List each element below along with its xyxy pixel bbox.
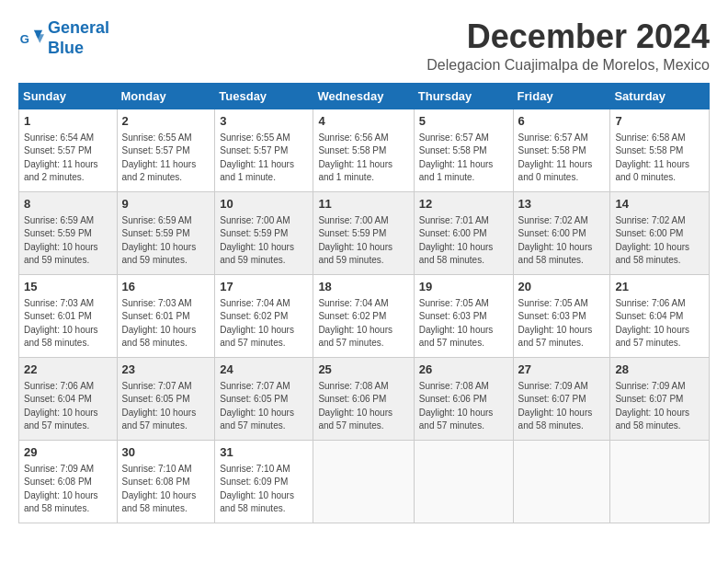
sunset-text: Sunset: 5:58 PM — [518, 145, 586, 155]
day-info: Sunrise: 7:06 AMSunset: 6:04 PMDaylight:… — [24, 380, 112, 433]
day-number: 17 — [220, 279, 308, 295]
daylight-text: Daylight: 10 hours and 57 minutes. — [220, 408, 294, 431]
calendar-cell: 26Sunrise: 7:08 AMSunset: 6:06 PMDayligh… — [414, 357, 513, 440]
day-number: 27 — [518, 362, 606, 378]
sunrise-text: Sunrise: 7:05 AM — [518, 298, 588, 308]
calendar-cell: 30Sunrise: 7:10 AMSunset: 6:08 PMDayligh… — [117, 440, 215, 523]
logo: G General Blue — [18, 18, 109, 58]
sunset-text: Sunset: 6:01 PM — [122, 311, 190, 321]
calendar-cell: 11Sunrise: 7:00 AMSunset: 5:59 PMDayligh… — [313, 191, 414, 274]
sunset-text: Sunset: 5:59 PM — [318, 228, 386, 238]
day-number: 30 — [122, 444, 210, 461]
day-number: 4 — [318, 113, 408, 130]
sunrise-text: Sunrise: 7:05 AM — [419, 298, 489, 308]
sunrise-text: Sunrise: 7:09 AM — [615, 381, 685, 391]
calendar-cell: 24Sunrise: 7:07 AMSunset: 6:05 PMDayligh… — [215, 357, 313, 440]
calendar-cell: 21Sunrise: 7:06 AMSunset: 6:04 PMDayligh… — [610, 274, 710, 357]
daylight-text: Daylight: 10 hours and 58 minutes. — [518, 242, 593, 266]
daylight-text: Daylight: 10 hours and 57 minutes. — [24, 408, 98, 431]
calendar-cell: 12Sunrise: 7:01 AMSunset: 6:00 PMDayligh… — [414, 191, 513, 274]
daylight-text: Daylight: 10 hours and 58 minutes. — [615, 408, 689, 431]
sunset-text: Sunset: 5:58 PM — [419, 145, 487, 155]
sunset-text: Sunset: 6:09 PM — [220, 477, 288, 487]
sunrise-text: Sunrise: 7:00 AM — [220, 215, 290, 225]
sunrise-text: Sunrise: 7:02 AM — [615, 215, 685, 225]
sunrise-text: Sunrise: 7:00 AM — [318, 215, 388, 225]
day-info: Sunrise: 7:07 AMSunset: 6:05 PMDaylight:… — [122, 380, 210, 433]
logo-icon: G — [18, 26, 44, 52]
sunrise-text: Sunrise: 7:10 AM — [220, 464, 290, 474]
sunrise-text: Sunrise: 7:07 AM — [122, 381, 192, 391]
day-number: 18 — [318, 279, 408, 295]
day-info: Sunrise: 7:09 AMSunset: 6:07 PMDaylight:… — [518, 380, 606, 433]
logo-text: General Blue — [48, 18, 109, 58]
week-row-1: 1Sunrise: 6:54 AMSunset: 5:57 PMDaylight… — [19, 109, 710, 191]
weekday-header-thursday: Thursday — [414, 83, 513, 109]
day-info: Sunrise: 7:06 AMSunset: 6:04 PMDaylight:… — [615, 297, 704, 350]
day-info: Sunrise: 7:03 AMSunset: 6:01 PMDaylight:… — [122, 297, 210, 350]
weekday-header-sunday: Sunday — [19, 83, 118, 109]
calendar-cell: 9Sunrise: 6:59 AMSunset: 5:59 PMDaylight… — [117, 191, 215, 274]
day-number: 20 — [518, 279, 606, 295]
sunset-text: Sunset: 6:02 PM — [318, 311, 386, 321]
sunrise-text: Sunrise: 7:08 AM — [318, 381, 388, 391]
daylight-text: Daylight: 10 hours and 58 minutes. — [24, 325, 98, 349]
day-info: Sunrise: 7:09 AMSunset: 6:08 PMDaylight:… — [24, 463, 112, 516]
sunset-text: Sunset: 5:59 PM — [220, 228, 288, 238]
sunrise-text: Sunrise: 7:01 AM — [419, 215, 489, 225]
day-number: 9 — [122, 196, 210, 213]
sunset-text: Sunset: 6:05 PM — [122, 394, 190, 404]
sunset-text: Sunset: 5:59 PM — [122, 228, 190, 238]
day-info: Sunrise: 7:04 AMSunset: 6:02 PMDaylight:… — [220, 297, 308, 350]
day-info: Sunrise: 6:57 AMSunset: 5:58 PMDaylight:… — [419, 132, 508, 185]
sunrise-text: Sunrise: 6:59 AM — [122, 215, 192, 225]
weekday-header-tuesday: Tuesday — [215, 83, 313, 109]
calendar-cell: 22Sunrise: 7:06 AMSunset: 6:04 PMDayligh… — [19, 357, 118, 440]
svg-text:G: G — [20, 31, 29, 45]
week-row-5: 29Sunrise: 7:09 AMSunset: 6:08 PMDayligh… — [19, 440, 710, 523]
sunset-text: Sunset: 6:00 PM — [518, 228, 586, 238]
sunset-text: Sunset: 5:57 PM — [122, 145, 190, 155]
day-number: 24 — [220, 362, 308, 378]
sunrise-text: Sunrise: 6:57 AM — [518, 132, 588, 143]
calendar-cell: 15Sunrise: 7:03 AMSunset: 6:01 PMDayligh… — [19, 274, 118, 357]
sunrise-text: Sunrise: 7:06 AM — [615, 298, 685, 308]
day-info: Sunrise: 7:10 AMSunset: 6:08 PMDaylight:… — [122, 463, 210, 516]
sunset-text: Sunset: 6:02 PM — [220, 311, 288, 321]
day-number: 29 — [24, 444, 112, 461]
weekday-header-row: SundayMondayTuesdayWednesdayThursdayFrid… — [19, 83, 710, 109]
weekday-header-monday: Monday — [117, 83, 215, 109]
daylight-text: Daylight: 10 hours and 59 minutes. — [220, 242, 294, 266]
weekday-header-wednesday: Wednesday — [313, 83, 414, 109]
daylight-text: Daylight: 11 hours and 1 minute. — [419, 159, 494, 183]
daylight-text: Daylight: 11 hours and 2 minutes. — [24, 159, 98, 183]
logo-line1: General — [48, 18, 109, 37]
day-info: Sunrise: 7:05 AMSunset: 6:03 PMDaylight:… — [419, 297, 508, 350]
calendar-cell: 25Sunrise: 7:08 AMSunset: 6:06 PMDayligh… — [313, 357, 414, 440]
day-number: 10 — [220, 196, 308, 213]
sunrise-text: Sunrise: 6:56 AM — [318, 132, 388, 143]
daylight-text: Daylight: 10 hours and 57 minutes. — [220, 325, 294, 349]
sunrise-text: Sunrise: 7:04 AM — [220, 298, 290, 308]
day-number: 26 — [419, 362, 508, 378]
calendar-cell — [313, 440, 414, 523]
sunrise-text: Sunrise: 7:03 AM — [122, 298, 192, 308]
calendar-cell: 3Sunrise: 6:55 AMSunset: 5:57 PMDaylight… — [215, 109, 313, 191]
sunrise-text: Sunrise: 7:04 AM — [318, 298, 388, 308]
day-info: Sunrise: 6:58 AMSunset: 5:58 PMDaylight:… — [615, 132, 704, 185]
daylight-text: Daylight: 10 hours and 58 minutes. — [419, 242, 494, 266]
calendar-cell: 23Sunrise: 7:07 AMSunset: 6:05 PMDayligh… — [117, 357, 215, 440]
calendar-cell: 18Sunrise: 7:04 AMSunset: 6:02 PMDayligh… — [313, 274, 414, 357]
day-number: 5 — [419, 113, 508, 130]
sunrise-text: Sunrise: 7:10 AM — [122, 464, 192, 474]
daylight-text: Daylight: 10 hours and 57 minutes. — [518, 325, 593, 349]
day-info: Sunrise: 7:00 AMSunset: 5:59 PMDaylight:… — [220, 214, 308, 268]
calendar-cell: 29Sunrise: 7:09 AMSunset: 6:08 PMDayligh… — [19, 440, 118, 523]
sunset-text: Sunset: 5:58 PM — [318, 145, 386, 155]
daylight-text: Daylight: 10 hours and 57 minutes. — [419, 325, 494, 349]
month-title: December 2024 — [427, 18, 710, 55]
daylight-text: Daylight: 10 hours and 57 minutes. — [122, 408, 197, 431]
calendar-cell: 10Sunrise: 7:00 AMSunset: 5:59 PMDayligh… — [215, 191, 313, 274]
calendar-cell: 1Sunrise: 6:54 AMSunset: 5:57 PMDaylight… — [19, 109, 118, 191]
sunset-text: Sunset: 6:03 PM — [518, 311, 586, 321]
